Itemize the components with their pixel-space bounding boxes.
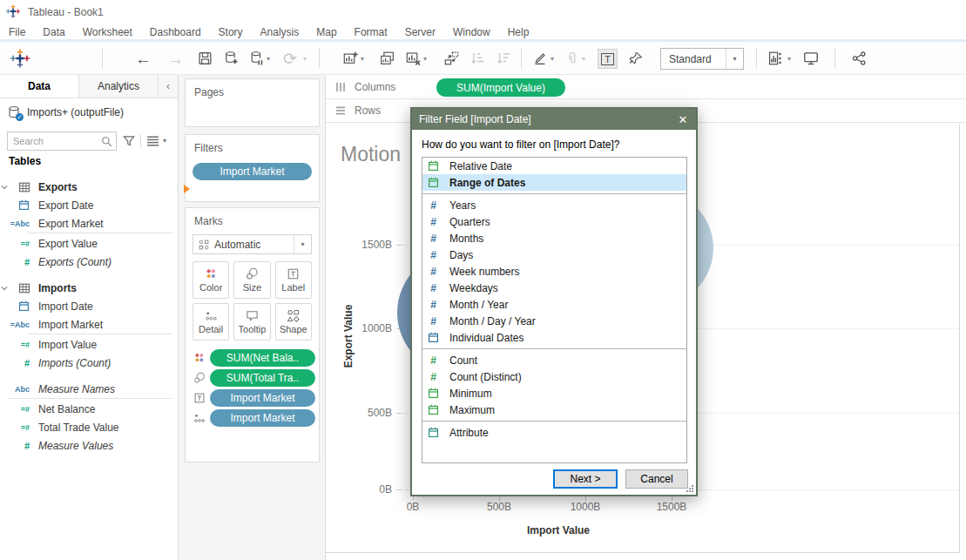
menu-dashboard[interactable]: Dashboard [141, 24, 210, 40]
menu-worksheet[interactable]: Worksheet [74, 24, 141, 40]
tableau-logo-button[interactable] [10, 49, 30, 68]
search-input[interactable] [8, 132, 95, 150]
detail-button[interactable]: Detail [193, 303, 229, 341]
resize-grip[interactable] [686, 485, 693, 492]
size-button[interactable]: Size [233, 261, 270, 299]
filter-options-list[interactable]: Relative Date Range of Dates # Years # Q… [422, 157, 687, 463]
marks-card[interactable]: Marks Automatic ▾ Color Size [185, 207, 320, 462]
option-range-of-dates[interactable]: Range of Dates [422, 174, 686, 191]
pages-card[interactable]: Pages [185, 78, 320, 127]
sort-ascending-button[interactable] [470, 51, 485, 65]
menu-map[interactable]: Map [307, 24, 345, 40]
pill-sum-net-balance[interactable]: SUM(Net Bala.. [210, 349, 315, 367]
next-button[interactable]: Next > [553, 469, 618, 489]
option-week-numbers[interactable]: # Week numbers [422, 263, 686, 280]
label-button[interactable]: Label [275, 261, 312, 299]
field-net-balance[interactable]: =# Net Balance [0, 400, 178, 418]
undo-button[interactable]: ← [135, 50, 152, 66]
refresh-button[interactable]: ⟳ [283, 50, 297, 66]
highlight-caret-icon[interactable]: ▾ [551, 54, 554, 62]
chevron-down-icon[interactable] [0, 183, 16, 192]
option-month-year[interactable]: # Month / Year [422, 296, 686, 313]
option-relative-date[interactable]: Relative Date [422, 158, 686, 174]
option-month-day-year[interactable]: # Month / Day / Year [422, 313, 686, 329]
option-minimum[interactable]: Minimum [422, 385, 686, 401]
search-box[interactable] [7, 132, 117, 151]
view-as-caret-icon[interactable]: ▾ [163, 137, 166, 145]
duplicate-sheet-button[interactable] [380, 51, 395, 65]
redo-button[interactable]: → [167, 50, 184, 66]
pause-updates-button[interactable] [249, 51, 264, 65]
option-quarters[interactable]: # Quarters [422, 213, 686, 230]
tab-analytics[interactable]: Analytics [79, 75, 159, 98]
color-button[interactable]: Color [193, 261, 229, 299]
field-import-date[interactable]: Import Date [0, 297, 178, 315]
field-export-market[interactable]: =Abc Export Market [0, 214, 178, 233]
new-datasource-button[interactable] [224, 51, 239, 65]
group-members-caret-icon[interactable]: ▾ [582, 54, 585, 62]
presentation-mode-button[interactable] [803, 51, 819, 66]
show-me-caret-icon[interactable]: ▾ [787, 54, 791, 62]
pill-import-market-label[interactable]: Import Market [210, 389, 315, 407]
option-weekdays[interactable]: # Weekdays [422, 280, 686, 296]
field-measure-names[interactable]: Abc Measure Names [0, 380, 178, 398]
refresh-caret-icon[interactable]: ▾ [303, 54, 307, 62]
cancel-button[interactable]: Cancel [625, 469, 688, 489]
menu-story[interactable]: Story [210, 24, 252, 40]
field-export-value[interactable]: =# Export Value [0, 234, 178, 253]
filter-fields-icon[interactable] [123, 135, 135, 147]
field-measure-values[interactable]: # Measure Values [0, 436, 178, 455]
menu-window[interactable]: Window [444, 24, 499, 40]
filters-card[interactable]: Filters Import Market [185, 134, 320, 202]
field-group-imports[interactable]: Imports [0, 279, 178, 297]
option-years[interactable]: # Years [422, 197, 686, 213]
menu-server[interactable]: Server [396, 24, 444, 40]
view-data-as-icon[interactable]: ▾ [146, 134, 166, 147]
option-days[interactable]: # Days [422, 246, 686, 263]
dialog-title-bar[interactable]: Filter Field [Import Date] ✕ [412, 109, 696, 130]
menu-help[interactable]: Help [499, 24, 538, 40]
clear-sheet-button[interactable] [406, 51, 421, 65]
field-imports-count[interactable]: # Imports (Count) [0, 354, 178, 372]
clear-sheet-caret-icon[interactable]: ▾ [423, 54, 427, 62]
pill-import-market-detail[interactable]: Import Market [210, 409, 315, 427]
option-maximum[interactable]: Maximum [422, 401, 686, 418]
pause-updates-caret-icon[interactable]: ▾ [267, 54, 270, 62]
datasource-item[interactable]: ✓ Imports+ (outputFile) [0, 102, 178, 123]
menu-analysis[interactable]: Analysis [252, 24, 308, 40]
fit-selector-caret-icon[interactable]: ▾ [726, 49, 743, 69]
field-exports-count[interactable]: # Exports (Count) [0, 253, 178, 271]
option-individual-dates[interactable]: Individual Dates [422, 329, 686, 346]
show-mark-labels-button[interactable]: T [598, 49, 618, 69]
menu-format[interactable]: Format [346, 24, 396, 40]
option-count[interactable]: # Count [422, 352, 686, 368]
fit-selector[interactable]: Standard ▾ [660, 48, 744, 70]
save-button[interactable] [198, 51, 213, 65]
option-count-distinct[interactable]: # Count (Distinct) [422, 368, 686, 385]
new-worksheet-caret-icon[interactable]: ▾ [361, 54, 364, 62]
share-button[interactable] [852, 51, 867, 65]
tab-data[interactable]: Data [0, 75, 79, 98]
option-attribute[interactable]: Attribute [422, 424, 686, 441]
field-group-exports[interactable]: Exports [0, 178, 178, 196]
close-icon[interactable]: ✕ [670, 113, 696, 126]
pill-sum-total-trade[interactable]: SUM(Total Tra.. [210, 369, 315, 387]
fix-axes-pin-icon[interactable] [629, 51, 643, 65]
field-total-trade-value[interactable]: =# Total Trade Value [0, 418, 178, 436]
sort-descending-button[interactable] [497, 51, 511, 65]
mark-type-selector[interactable]: Automatic ▾ [193, 234, 312, 254]
chevron-down-icon[interactable] [0, 284, 16, 293]
highlight-button[interactable] [533, 51, 547, 65]
menu-data[interactable]: Data [34, 24, 73, 40]
show-me-button[interactable] [768, 51, 784, 66]
menu-file[interactable]: File [0, 24, 34, 40]
group-members-button[interactable] [565, 51, 579, 65]
collapse-pane-button[interactable]: ‹ [159, 75, 178, 98]
field-export-date[interactable]: Export Date [0, 196, 178, 214]
shape-button[interactable]: Shape [275, 303, 312, 341]
swap-rows-columns-button[interactable] [444, 51, 459, 65]
field-import-value[interactable]: =# Import Value [0, 335, 178, 354]
filter-pill-import-market[interactable]: Import Market [193, 163, 312, 180]
new-worksheet-button[interactable] [343, 51, 358, 65]
field-import-market[interactable]: =Abc Import Market [0, 315, 178, 334]
